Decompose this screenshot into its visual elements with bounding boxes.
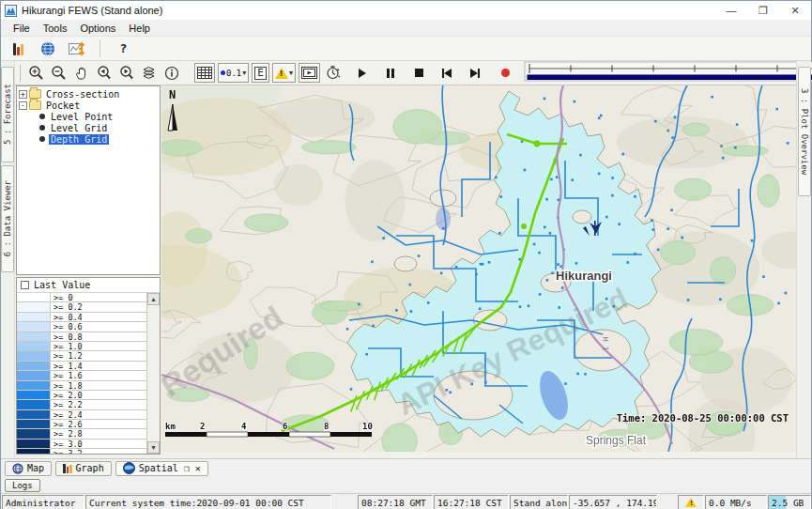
menu-tools[interactable]: Tools — [37, 22, 74, 35]
legend-row: >= 0.4 — [17, 313, 146, 322]
tab-data-viewer[interactable]: 6 : Data Viewer — [1, 165, 14, 272]
legend-row: >= 3.2 — [17, 449, 146, 454]
timeseries-chart-icon[interactable] — [67, 39, 86, 58]
status-local-time: 16:27:18 CST — [434, 495, 509, 509]
legend-row: >= 1.4 — [17, 362, 146, 371]
scroll-down-icon[interactable]: ▼ — [147, 441, 160, 454]
record-button[interactable] — [496, 63, 515, 83]
map-time-label: Time: 2020-08-25 00:00:00 CST — [617, 412, 789, 424]
status-system-time: Current system time:2020-09-01 00:00 CST — [85, 495, 331, 509]
scroll-up-icon[interactable]: ▲ — [147, 293, 160, 305]
help-icon[interactable]: ? — [114, 39, 133, 58]
legend-color-swatch — [17, 302, 51, 311]
legend-value-label: >= 1.6 — [51, 371, 146, 379]
data-viewer-panel: + Cross-section - Pocket Level Point — [15, 85, 161, 458]
status-spacer — [658, 495, 677, 509]
legend-row: >= 0.6 — [17, 322, 146, 332]
tree-item-level-point[interactable]: Level Point — [19, 111, 160, 122]
layers-icon[interactable] — [139, 63, 159, 83]
skip-to-start-button[interactable] — [437, 63, 457, 83]
road-label: H 1 — [601, 337, 610, 351]
tab-graph[interactable]: Graph — [55, 461, 112, 476]
tree-item-depth-grid[interactable]: Depth Grid — [19, 133, 160, 145]
deep-water-patch — [436, 208, 451, 230]
globe-map-icon[interactable] — [38, 39, 57, 58]
legend-color-swatch — [17, 440, 51, 448]
menu-file[interactable]: File — [7, 22, 37, 35]
pause-button[interactable] — [381, 63, 401, 83]
toolbar-separator — [100, 40, 100, 57]
legend-scrollbar[interactable]: ▲ ▼ — [146, 293, 160, 454]
minimize-button[interactable]: — — [715, 1, 747, 20]
expand-icon[interactable]: + — [19, 90, 27, 99]
tree-item-pocket[interactable]: - Pocket — [19, 100, 160, 111]
bottom-tab-bar: Map Graph Spatial ❐ ✕ — [1, 458, 811, 477]
legend-color-swatch — [17, 332, 51, 341]
skip-to-end-button[interactable] — [466, 63, 485, 83]
svg-text:2: 2 — [200, 422, 205, 431]
play-button[interactable] — [353, 63, 373, 83]
tab-spatial[interactable]: Spatial ❐ ✕ — [115, 461, 208, 476]
logs-row: Logs — [1, 477, 811, 493]
logs-button[interactable]: Logs — [5, 479, 40, 492]
collapse-icon[interactable]: - — [19, 101, 27, 110]
zoom-previous-icon[interactable] — [94, 63, 114, 83]
legend-value-label: >= 0 — [51, 293, 146, 301]
legend-color-swatch — [17, 362, 51, 370]
tab-spatial-label: Spatial — [139, 463, 178, 473]
menu-help[interactable]: Help — [122, 22, 157, 35]
animation-timer-icon[interactable] — [323, 63, 343, 83]
stop-button[interactable] — [409, 63, 429, 83]
labels-toggle-button[interactable]: E — [252, 63, 269, 83]
close-panel-icon[interactable]: ✕ — [195, 463, 201, 473]
interval-value: 0.1 — [226, 69, 241, 78]
contour-interval-dropdown[interactable]: 0.1 ▾ — [218, 63, 249, 83]
maximize-button[interactable]: ❐ — [747, 1, 779, 20]
tree-item-level-grid[interactable]: Level Grid — [19, 122, 160, 133]
spatial-map-view[interactable]: H 1 API Key Required API Key Required — [161, 85, 796, 458]
svg-text:6: 6 — [283, 422, 287, 431]
zoom-out-icon[interactable] — [49, 63, 69, 83]
close-button[interactable]: ✕ — [779, 1, 811, 20]
toolbar-grip[interactable] — [19, 65, 21, 82]
tab-plot-overview[interactable]: 3 : Plot Overview — [798, 67, 811, 196]
title-bar: Hikurangi FEWS (Stand alone) — ❐ ✕ — [1, 1, 811, 20]
legend-color-swatch — [17, 371, 51, 379]
pan-hand-icon[interactable] — [71, 63, 91, 83]
float-panel-icon[interactable]: ❐ — [184, 463, 190, 473]
tree-item-cross-section[interactable]: + Cross-section — [19, 88, 160, 100]
menu-options[interactable]: Options — [73, 22, 122, 35]
legend-value-label: >= 1.8 — [51, 381, 146, 390]
zoom-in-icon[interactable] — [26, 63, 46, 83]
globe-outline-icon — [12, 463, 23, 474]
legend-row: >= 0.8 — [17, 332, 146, 342]
legend-row: >= 2.4 — [17, 410, 146, 420]
last-value-checkbox[interactable] — [21, 281, 29, 289]
svg-text:4: 4 — [241, 422, 247, 431]
grid-display-button[interactable] — [194, 63, 215, 83]
animation-window-button[interactable] — [299, 63, 320, 83]
legend-color-swatch — [17, 420, 51, 428]
status-memory: 2.5 GB — [768, 495, 811, 509]
status-user: Administrator — [2, 495, 84, 509]
legend-value-label: >= 1.0 — [51, 342, 146, 350]
legend-value-label: >= 0.4 — [51, 313, 146, 321]
database-icon[interactable] — [8, 39, 28, 58]
zoom-next-icon[interactable] — [116, 63, 136, 83]
time-slider[interactable] — [524, 61, 812, 85]
right-tab-strip: 3 : Plot Overview — [796, 61, 811, 458]
legend-color-swatch — [17, 381, 51, 390]
info-icon[interactable] — [161, 63, 181, 83]
parameter-tree: + Cross-section - Pocket Level Point — [16, 85, 161, 275]
legend-color-swatch — [17, 351, 51, 360]
tab-forecast[interactable]: 5 : Forecast — [1, 67, 14, 162]
menu-bar: File Tools Options Help — [1, 20, 811, 37]
thresholds-dropdown[interactable]: ▾ — [272, 63, 296, 83]
tab-map[interactable]: Map — [5, 461, 52, 476]
node-bullet-icon — [39, 125, 45, 131]
bar-chart-icon — [63, 463, 72, 473]
locality-label: Springs Flat — [586, 434, 647, 447]
status-warning[interactable] — [678, 495, 704, 509]
left-tab-strip: 5 : Forecast 6 : Data Viewer — [1, 61, 15, 458]
legend-value-label: >= 0.6 — [51, 322, 146, 331]
